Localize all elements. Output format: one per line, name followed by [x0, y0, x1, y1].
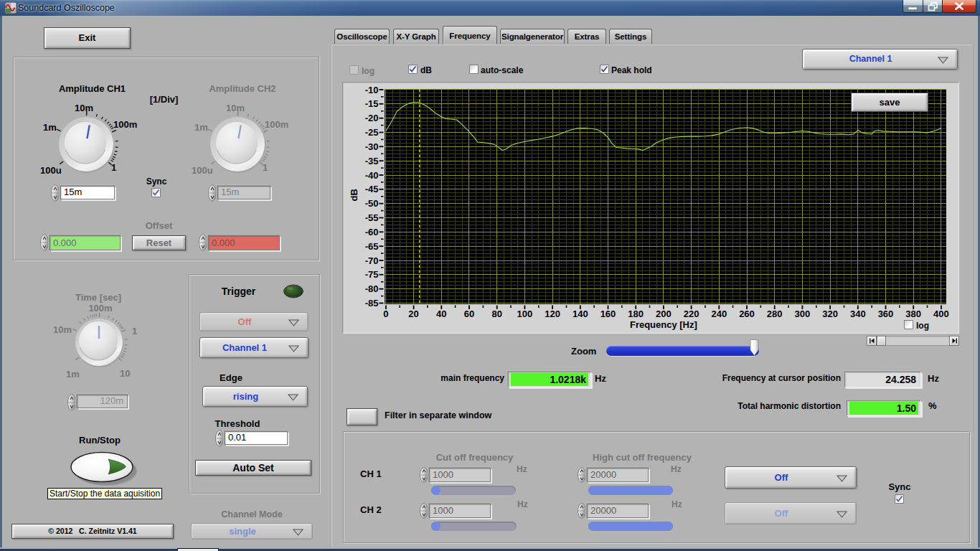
- svg-text:60: 60: [464, 309, 474, 319]
- svg-text:200: 200: [656, 309, 672, 319]
- svg-text:-70: -70: [365, 255, 379, 266]
- svg-text:380: 380: [905, 309, 921, 319]
- svg-text:0: 0: [383, 309, 388, 319]
- svg-text:-55: -55: [365, 212, 379, 223]
- svg-text:140: 140: [573, 309, 588, 319]
- svg-text:Frequency [Hz]: Frequency [Hz]: [630, 319, 697, 330]
- svg-text:-40: -40: [365, 170, 379, 181]
- svg-text:220: 220: [684, 309, 699, 319]
- svg-text:320: 320: [822, 309, 838, 319]
- svg-text:-15: -15: [365, 98, 379, 109]
- svg-text:240: 240: [711, 309, 727, 319]
- svg-text:-35: -35: [365, 156, 379, 166]
- svg-text:180: 180: [628, 309, 644, 319]
- svg-text:-85: -85: [365, 298, 379, 309]
- svg-text:-60: -60: [365, 227, 379, 237]
- svg-text:260: 260: [739, 309, 755, 319]
- svg-text:300: 300: [795, 309, 811, 319]
- svg-text:160: 160: [600, 309, 616, 319]
- svg-text:360: 360: [878, 309, 894, 319]
- svg-text:-30: -30: [365, 141, 379, 152]
- svg-text:-10: -10: [365, 85, 379, 95]
- svg-text:dB: dB: [349, 189, 359, 201]
- svg-text:340: 340: [850, 309, 866, 319]
- svg-text:-80: -80: [365, 283, 379, 294]
- svg-text:-25: -25: [365, 127, 379, 138]
- svg-text:120: 120: [545, 309, 560, 319]
- svg-text:-20: -20: [365, 113, 379, 123]
- svg-text:-45: -45: [365, 184, 379, 194]
- svg-text:400: 400: [933, 309, 949, 319]
- svg-text:-50: -50: [365, 198, 379, 209]
- svg-text:80: 80: [491, 309, 501, 319]
- svg-text:20: 20: [408, 309, 418, 319]
- svg-text:280: 280: [767, 309, 783, 319]
- svg-text:-65: -65: [365, 241, 379, 252]
- svg-text:-75: -75: [365, 269, 379, 280]
- svg-text:40: 40: [436, 309, 446, 319]
- svg-text:100: 100: [517, 309, 533, 319]
